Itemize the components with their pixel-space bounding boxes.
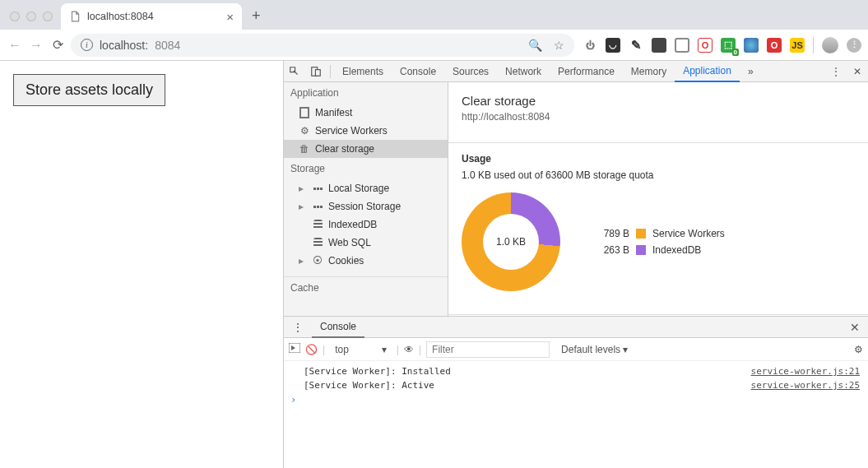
expand-caret-icon[interactable]: ▸: [299, 255, 307, 266]
sidebar-item-label: Manifest: [315, 107, 352, 118]
context-selector[interactable]: top▾: [330, 344, 392, 355]
file-icon: [69, 11, 81, 22]
browser-chrome: localhost:8084 × + ← → ⟳ i localhost:808…: [0, 0, 868, 61]
bookmark-icon[interactable]: ☆: [554, 39, 564, 52]
expand-caret-icon: [299, 237, 307, 248]
sidebar-item-indexeddb[interactable]: IndexedDB: [284, 215, 448, 234]
tab-console[interactable]: Console: [392, 61, 444, 82]
drawer-menu-icon[interactable]: ⋮: [284, 321, 312, 334]
legend-label: IndexedDB: [652, 244, 701, 256]
sidebar-item-local-storage[interactable]: ▸ Local Storage: [284, 179, 448, 197]
svg-rect-1: [315, 69, 320, 76]
console-toolbar: 🚫 | top▾ | 👁 | Default levels ▾ ⚙: [284, 338, 868, 361]
gear-icon: ⚙: [299, 125, 310, 137]
log-levels-selector[interactable]: Default levels ▾: [561, 344, 628, 355]
console-message: [Service Worker]: Active: [304, 380, 434, 391]
legend-row: 789 B Service Workers: [590, 225, 725, 242]
opera-icon[interactable]: O: [767, 38, 782, 53]
tab-application[interactable]: Application: [675, 61, 740, 82]
console-filter-input[interactable]: [426, 341, 550, 358]
sidebar-item-session-storage[interactable]: ▸ Session Storage: [284, 197, 448, 215]
ext-badge-icon[interactable]: ⬚0: [721, 38, 736, 53]
sidebar-item-label: Session Storage: [328, 201, 401, 212]
inspect-icon[interactable]: [284, 66, 305, 77]
legend-row: 263 B IndexedDB: [590, 242, 725, 258]
application-sidebar: Application Manifest ⚙ Service Workers 🗑…: [284, 82, 448, 316]
sidebar-item-clear-storage[interactable]: 🗑 Clear storage: [284, 140, 448, 158]
tab-overflow[interactable]: »: [740, 61, 762, 82]
dropper-icon[interactable]: ✎: [629, 38, 643, 53]
clear-console-icon[interactable]: 🚫: [305, 344, 318, 355]
console-output: [Service Worker]: Installed service-work…: [284, 361, 868, 468]
ext-icon-3[interactable]: [744, 38, 759, 53]
ext-icon-1[interactable]: [652, 38, 666, 53]
url-host: localhost:: [100, 39, 148, 52]
js-icon[interactable]: JS: [790, 38, 805, 53]
url-input[interactable]: i localhost:8084 🔍 ☆: [71, 34, 574, 57]
browser-tab[interactable]: localhost:8084 ×: [61, 3, 242, 30]
store-assets-button[interactable]: Store assets locally: [13, 74, 165, 106]
expand-caret-icon[interactable]: ▸: [299, 201, 307, 212]
devtools-panel: Elements Console Sources Network Perform…: [283, 61, 868, 468]
minimize-window-icon[interactable]: [26, 12, 36, 21]
address-bar: ← → ⟳ i localhost:8084 🔍 ☆ ⏻ ◡ ✎ O ⬚0 O …: [0, 30, 868, 61]
maximize-window-icon[interactable]: [43, 12, 53, 21]
sidebar-item-cookies[interactable]: ▸ ⦿ Cookies: [284, 252, 448, 270]
cookie-icon: ⦿: [312, 255, 323, 266]
console-source-link[interactable]: service-worker.js:25: [751, 380, 860, 391]
reload-button[interactable]: ⟳: [49, 37, 66, 53]
live-expression-icon[interactable]: 👁: [404, 344, 414, 355]
power-icon[interactable]: ⏻: [583, 38, 597, 53]
device-toggle-icon[interactable]: [305, 66, 327, 77]
chart-legend: 789 B Service Workers 263 B IndexedDB: [590, 225, 725, 258]
menu-icon[interactable]: ⋮: [847, 38, 861, 53]
console-sidebar-toggle-icon[interactable]: [289, 343, 300, 355]
main-panel: Clear storage http://localhost:8084 Usag…: [448, 82, 868, 316]
drawer-close-icon[interactable]: ✕: [842, 321, 868, 334]
legend-label: Service Workers: [652, 228, 725, 239]
extensions: ⏻ ◡ ✎ O ⬚0 O JS ⋮: [579, 37, 861, 53]
sidebar-item-manifest[interactable]: Manifest: [284, 104, 448, 122]
legend-value: 789 B: [590, 228, 629, 239]
tab-memory[interactable]: Memory: [623, 61, 675, 82]
profile-avatar[interactable]: [822, 37, 838, 53]
back-button[interactable]: ←: [7, 37, 23, 53]
sidebar-item-websql[interactable]: Web SQL: [284, 234, 448, 252]
console-prompt[interactable]: ›: [284, 392, 868, 407]
trash-icon: 🗑: [299, 143, 310, 155]
legend-swatch: [636, 245, 646, 255]
grid-icon: [312, 183, 323, 194]
tab-sources[interactable]: Sources: [444, 61, 497, 82]
sidebar-item-service-workers[interactable]: ⚙ Service Workers: [284, 122, 448, 140]
legend-value: 263 B: [590, 244, 629, 256]
manifest-icon: [299, 107, 310, 118]
console-source-link[interactable]: service-worker.js:21: [751, 366, 860, 377]
pocket-icon[interactable]: ◡: [606, 38, 620, 53]
new-tab-button[interactable]: +: [242, 7, 271, 30]
sidebar-item-label: Web SQL: [328, 237, 371, 248]
window-controls: [7, 12, 61, 30]
adblock-icon[interactable]: O: [698, 38, 713, 53]
site-info-icon[interactable]: i: [81, 39, 93, 51]
tab-performance[interactable]: Performance: [550, 61, 623, 82]
usage-heading: Usage: [462, 153, 855, 164]
sidebar-item-label: Service Workers: [315, 125, 388, 137]
console-settings-icon[interactable]: ⚙: [854, 344, 863, 355]
drawer-tab-console[interactable]: Console: [312, 317, 364, 338]
zoom-icon[interactable]: 🔍: [528, 39, 542, 52]
sidebar-item-label: IndexedDB: [328, 219, 377, 230]
tab-network[interactable]: Network: [497, 61, 550, 82]
close-window-icon[interactable]: [10, 12, 20, 21]
sidebar-item-label: Local Storage: [328, 183, 389, 194]
ext-icon-2[interactable]: [675, 38, 689, 53]
devtools-close-icon[interactable]: ✕: [847, 66, 868, 77]
tab-close-icon[interactable]: ×: [226, 10, 234, 24]
forward-button[interactable]: →: [28, 37, 44, 53]
devtools-menu-icon[interactable]: ⋮: [825, 66, 847, 77]
origin-url: http://localhost:8084: [462, 111, 855, 123]
expand-caret-icon[interactable]: ▸: [299, 183, 307, 194]
drawer-tabs: ⋮ Console ✕: [284, 317, 868, 338]
console-row: [Service Worker]: Installed service-work…: [284, 364, 868, 378]
tab-elements[interactable]: Elements: [334, 61, 392, 82]
legend-swatch: [636, 229, 646, 239]
